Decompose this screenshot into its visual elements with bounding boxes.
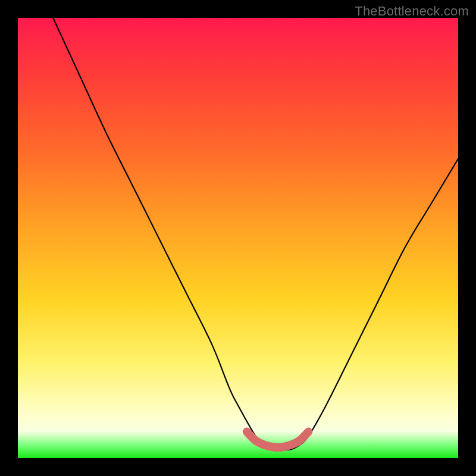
- chart-svg: [18, 18, 458, 458]
- chart-frame: TheBottleneck.com: [0, 0, 476, 476]
- valley-highlight: [247, 432, 309, 447]
- watermark-text: TheBottleneck.com: [355, 4, 469, 19]
- plot-area: [18, 18, 458, 458]
- bottleneck-curve: [53, 18, 458, 450]
